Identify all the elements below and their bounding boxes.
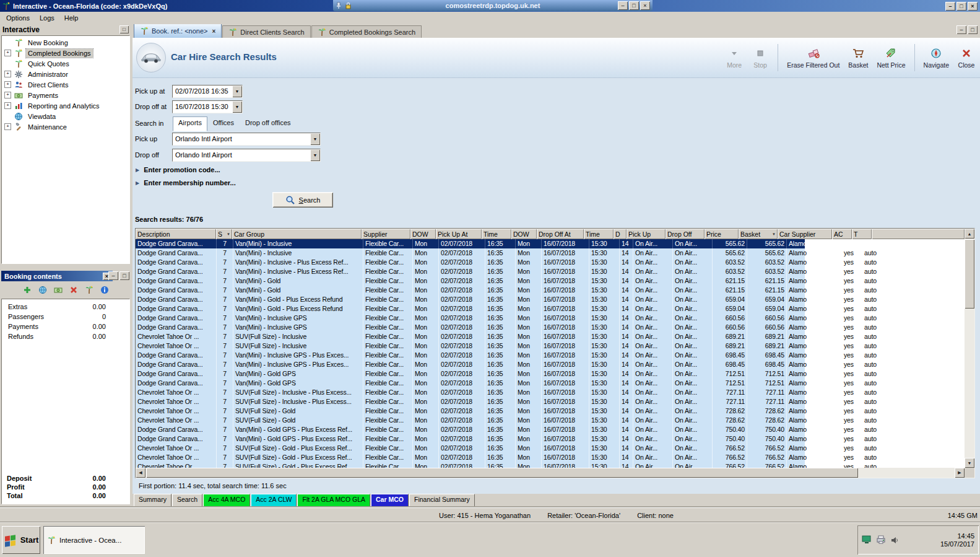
membership-number-expander[interactable]: ▶ Enter membership number... [136,179,236,186]
pickup-dropdown-icon[interactable]: ▼ [310,133,320,145]
column-header-supplier[interactable]: Supplier [362,229,410,239]
toolbar-nett-price[interactable]: Nett Price [877,47,905,69]
add-icon[interactable] [22,285,32,295]
bottom-tab-car-mco[interactable]: Car MCO [371,494,409,509]
vertical-scroll-thumb[interactable] [965,239,974,309]
toolbar-basket[interactable]: Basket [848,47,868,69]
mdi-minimize-button[interactable]: – [956,25,966,34]
sidebar-item-viewdata[interactable]: Viewdata [2,111,129,121]
sidebar-item-quick-quotes[interactable]: Quick Quotes [2,58,129,69]
column-header-description[interactable]: Description [136,229,216,239]
scroll-left-button[interactable]: ◀ [136,468,145,478]
column-header-drop-off[interactable]: Drop Off [666,229,705,239]
result-row[interactable]: Dodge Grand Carava...7Van(Mini) - Inclus… [136,248,805,258]
result-row[interactable]: Chevrolet Tahoe Or ...7SUV(Full Size) - … [136,341,805,351]
result-row[interactable]: Chevrolet Tahoe Or ...7SUV(Full Size) - … [136,406,805,416]
column-header-time[interactable]: Time [584,229,614,239]
tab-direct-clients-search[interactable]: Direct Clients Search [222,25,310,38]
search-in-tab-offices[interactable]: Offices [207,116,240,131]
window-maximize-button[interactable]: □ [956,2,966,11]
search-in-tab-drop-off-offices[interactable]: Drop off offices [240,116,297,131]
dropoff-dropdown-icon[interactable]: ▼ [310,149,320,161]
toolbar-close[interactable]: Close [958,47,975,69]
bottom-tab-financial-summary[interactable]: Financial Summary [409,494,475,507]
tab-book-ref-none[interactable]: Book. ref.: <none>× [134,24,222,38]
result-row[interactable]: Dodge Grand Carava...7Van(Mini) - Gold G… [136,379,805,388]
printer-tray-icon[interactable] [876,535,886,545]
display-tray-icon[interactable] [862,535,872,545]
scroll-right-button[interactable]: ▶ [955,468,965,478]
pin-icon[interactable] [336,2,342,9]
result-row[interactable]: Chevrolet Tahoe Or ...7SUV(Full Size) - … [136,444,805,453]
info-icon[interactable] [100,285,110,295]
sidebar-item-direct-clients[interactable]: +Direct Clients [2,79,129,90]
result-row[interactable]: Dodge Grand Carava...7Van(Mini) - Inclus… [136,258,805,267]
result-row[interactable]: Dodge Grand Carava...7Van(Mini) - Inclus… [136,323,805,332]
result-row[interactable]: Dodge Grand Carava...7Van(Mini) - Gold -… [136,304,805,314]
window-close-button[interactable]: × [968,2,978,11]
mdi-restore-button[interactable]: □ [968,25,978,34]
sidebar-item-new-booking[interactable]: New Booking [2,37,129,48]
dropoff-input[interactable] [173,150,312,160]
expand-icon[interactable]: + [4,81,11,88]
pickup-at-input[interactable] [173,86,234,96]
column-header-pick-up[interactable]: Pick Up [627,229,666,239]
sidebar-item-maintenance[interactable]: +Maintenance [2,121,129,132]
result-row[interactable]: Dodge Grand Carava...7Van(Mini) - Inclus… [136,314,805,323]
expand-icon[interactable]: + [4,102,11,109]
horizontal-scroll-thumb[interactable] [146,468,858,478]
sidebar-item-reporting-and-analytics[interactable]: +Reporting and Analytics [2,100,129,111]
payments-icon[interactable] [53,285,63,295]
result-row[interactable]: Chevrolet Tahoe Or ...7SUV(Full Size) - … [136,388,805,397]
booking-row-refunds[interactable]: Refunds0.00 [2,331,129,341]
result-row[interactable]: Chevrolet Tahoe Or ...7SUV(Full Size) - … [136,397,805,406]
taskbar-task-button[interactable]: Interactive - Ocea... [43,526,145,554]
result-row[interactable]: Chevrolet Tahoe Or ...7SUV(Full Size) - … [136,416,805,425]
column-header-time[interactable]: Time [482,229,511,239]
tab-completed-bookings-search[interactable]: Completed Bookings Search [311,25,422,38]
menu-item-help[interactable]: Help [59,12,84,24]
result-row[interactable]: Dodge Grand Carava...7Van(Mini) - Gold G… [136,425,805,434]
bottom-tab-acc-2a-clw[interactable]: Acc 2A CLW [251,494,297,507]
column-header-basket[interactable]: Basket▼ [739,229,778,239]
bottom-tab-flt-2a-gla-mco-gla[interactable]: Flt 2A GLA MCO GLA [297,494,370,507]
booking-maximize-button[interactable]: □ [119,271,129,280]
result-row[interactable]: Dodge Grand Carava...7Van(Mini) - Gold G… [136,434,805,444]
result-row[interactable]: Dodge Grand Carava...7Van(Mini) - Inclus… [136,239,805,248]
booking-row-payments[interactable]: Payments0.00 [2,322,129,331]
expand-icon[interactable]: + [4,50,11,56]
pickup-combobox[interactable]: ▼ [172,133,321,146]
column-header-ac[interactable]: AC [832,229,852,239]
result-row[interactable]: Dodge Grand Carava...7Van(Mini) - Gold G… [136,369,805,379]
dropoff-at-field[interactable]: ▼ [172,100,243,113]
horizontal-scrollbar[interactable]: ◀ ▶ [136,468,965,478]
delete-icon[interactable] [69,285,79,295]
tab-close-icon[interactable]: × [212,28,216,35]
result-row[interactable]: Dodge Grand Carava...7Van(Mini) - GoldFl… [136,286,805,295]
sidebar-item-completed-bookings[interactable]: +Completed Bookings [2,48,129,58]
sidebar-item-administrator[interactable]: +Administrator [2,69,129,79]
scroll-down-button[interactable]: ▼ [965,458,974,468]
pickup-at-dropdown-icon[interactable]: ▼ [232,86,242,97]
pickup-input[interactable] [173,134,312,144]
pickup-at-field[interactable]: ▼ [172,85,243,98]
column-header-drop-off-at[interactable]: Drop Off At [537,229,584,239]
expand-icon[interactable]: + [4,92,11,99]
booking-restore-button[interactable]: – [108,271,118,280]
expand-icon[interactable]: + [4,123,11,130]
search-button[interactable]: Search [272,192,333,208]
expand-icon[interactable]: + [4,71,11,77]
volume-tray-icon[interactable] [890,536,899,545]
menu-item-logs[interactable]: Logs [35,12,59,24]
bottom-tab-acc-4a-mco[interactable]: Acc 4A MCO [203,494,250,507]
start-button[interactable]: Start [2,526,40,554]
toolbar-navigate[interactable]: Navigate [924,47,949,69]
booking-row-passengers[interactable]: Passengers0 [2,312,129,322]
result-row[interactable]: Dodge Grand Carava...7Van(Mini) - GoldFl… [136,276,805,286]
column-header-t[interactable]: T [852,229,872,239]
column-header-dow[interactable]: DOW [511,229,537,239]
rdp-close-button[interactable]: × [640,1,650,10]
palm-icon[interactable] [84,285,94,295]
booking-row-extras[interactable]: Extras0.00 [2,302,129,312]
rdp-minimize-button[interactable]: – [618,1,628,10]
